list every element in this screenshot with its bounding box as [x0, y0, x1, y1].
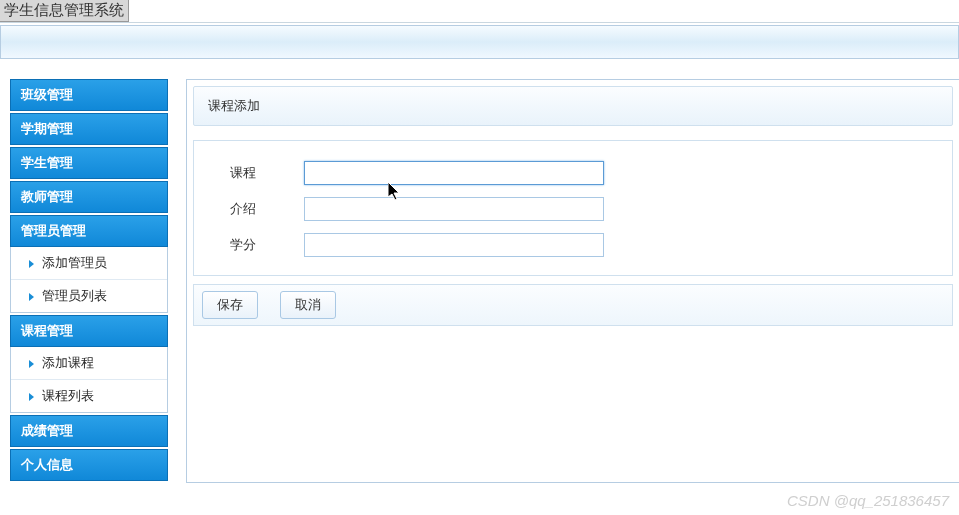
- watermark: CSDN @qq_251836457: [787, 492, 949, 509]
- submenu-admin: 添加管理员 管理员列表: [10, 247, 168, 313]
- sidebar-item-teacher[interactable]: 教师管理: [10, 181, 168, 213]
- intro-input[interactable]: [304, 197, 604, 221]
- submenu-label: 课程列表: [42, 388, 94, 403]
- arrow-icon: [29, 393, 34, 401]
- button-row: 保存 取消: [193, 284, 953, 326]
- form-box: 课程 介绍 学分: [193, 140, 953, 276]
- sidebar-item-profile[interactable]: 个人信息: [10, 449, 168, 481]
- sidebar-item-score[interactable]: 成绩管理: [10, 415, 168, 447]
- credit-input[interactable]: [304, 233, 604, 257]
- submenu-add-course[interactable]: 添加课程: [11, 347, 167, 380]
- credit-label: 学分: [214, 236, 304, 254]
- app-title: 学生信息管理系统: [0, 0, 129, 22]
- cancel-button[interactable]: 取消: [280, 291, 336, 319]
- course-label: 课程: [214, 164, 304, 182]
- main-panel: 课程添加 课程 介绍 学分 保存 取消: [186, 79, 959, 483]
- submenu-add-admin[interactable]: 添加管理员: [11, 247, 167, 280]
- submenu-admin-list[interactable]: 管理员列表: [11, 280, 167, 312]
- arrow-icon: [29, 293, 34, 301]
- submenu-label: 添加管理员: [42, 255, 107, 270]
- sidebar-item-class[interactable]: 班级管理: [10, 79, 168, 111]
- submenu-label: 添加课程: [42, 355, 94, 370]
- sidebar-item-course[interactable]: 课程管理: [10, 315, 168, 347]
- intro-label: 介绍: [214, 200, 304, 218]
- save-button[interactable]: 保存: [202, 291, 258, 319]
- arrow-icon: [29, 260, 34, 268]
- sidebar-item-student[interactable]: 学生管理: [10, 147, 168, 179]
- sidebar-item-admin[interactable]: 管理员管理: [10, 215, 168, 247]
- submenu-course-list[interactable]: 课程列表: [11, 380, 167, 412]
- course-input[interactable]: [304, 161, 604, 185]
- panel-title: 课程添加: [193, 86, 953, 126]
- arrow-icon: [29, 360, 34, 368]
- top-banner: [0, 25, 959, 59]
- submenu-label: 管理员列表: [42, 288, 107, 303]
- submenu-course: 添加课程 课程列表: [10, 347, 168, 413]
- divider: [0, 22, 959, 23]
- sidebar-item-semester[interactable]: 学期管理: [10, 113, 168, 145]
- sidebar: 班级管理 学期管理 学生管理 教师管理 管理员管理 添加管理员 管理员列表 课程…: [10, 79, 168, 483]
